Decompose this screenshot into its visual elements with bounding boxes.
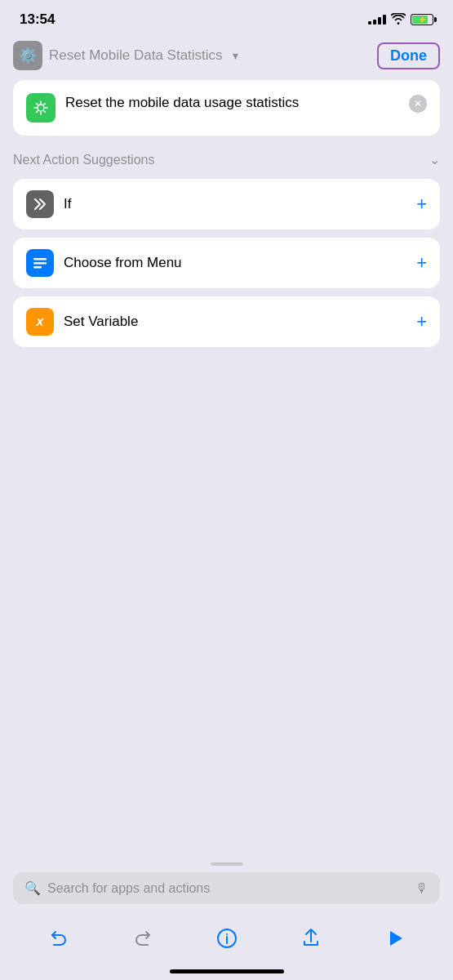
svg-rect-3 — [33, 266, 42, 269]
suggestion-if-left: If — [26, 190, 71, 218]
done-button[interactable]: Done — [377, 42, 440, 69]
action-close-button[interactable]: ✕ — [409, 95, 427, 113]
action-text: Reset the mobile data usage statistics — [65, 93, 299, 113]
search-icon: 🔍 — [24, 880, 41, 896]
suggestion-variable-add-button[interactable]: + — [416, 313, 427, 331]
svg-rect-1 — [33, 258, 47, 261]
action-card: Reset the mobile data usage statistics ✕ — [13, 80, 440, 136]
suggestions-section-header: Next Action Suggestions ⌄ — [13, 152, 440, 167]
run-button[interactable] — [377, 920, 413, 956]
status-bar: 13:54 ⚡ — [0, 0, 453, 34]
microphone-icon[interactable]: 🎙 — [415, 881, 429, 896]
search-input[interactable]: Search for apps and actions — [47, 881, 409, 896]
suggestion-menu-left: Choose from Menu — [26, 249, 182, 277]
shortcut-app-icon: ⚙️ — [13, 41, 42, 70]
svg-marker-7 — [390, 931, 402, 946]
suggestions-chevron-icon[interactable]: ⌄ — [429, 152, 440, 167]
suggestion-choose-from-menu[interactable]: Choose from Menu + — [13, 238, 440, 288]
undo-button[interactable] — [41, 920, 77, 956]
suggestion-if-add-button[interactable]: + — [416, 195, 427, 213]
svg-rect-2 — [33, 262, 47, 265]
main-content: Reset the mobile data usage statistics ✕… — [0, 80, 453, 347]
suggestion-menu-icon — [26, 249, 54, 277]
action-icon — [26, 93, 56, 122]
info-button[interactable] — [209, 920, 245, 956]
wifi-icon — [391, 13, 406, 27]
suggestions-label: Next Action Suggestions — [13, 153, 154, 167]
action-card-left: Reset the mobile data usage statistics — [26, 93, 409, 122]
suggestion-variable-icon: x — [26, 308, 54, 336]
shortcut-title: Reset Mobile Data Statistics — [49, 47, 223, 64]
chevron-down-icon[interactable]: ▾ — [233, 49, 238, 62]
share-button[interactable] — [293, 920, 329, 956]
suggestion-menu-label: Choose from Menu — [64, 255, 182, 271]
suggestion-variable-label: Set Variable — [64, 314, 138, 330]
header: ⚙️ Reset Mobile Data Statistics ▾ Done — [0, 34, 453, 80]
header-left: ⚙️ Reset Mobile Data Statistics ▾ — [13, 41, 377, 70]
redo-button[interactable] — [125, 920, 161, 956]
suggestion-if-icon — [26, 190, 54, 218]
signal-bars-icon — [368, 15, 386, 24]
status-icons: ⚡ — [368, 13, 433, 27]
bottom-toolbar — [0, 914, 453, 966]
status-time: 13:54 — [20, 11, 55, 28]
home-indicator — [170, 969, 284, 973]
svg-point-6 — [226, 933, 228, 935]
search-bar[interactable]: 🔍 Search for apps and actions 🎙 — [13, 872, 440, 904]
bottom-section: 🔍 Search for apps and actions 🎙 — [0, 856, 453, 980]
suggestion-if[interactable]: If + — [13, 179, 440, 229]
drag-handle[interactable] — [211, 862, 243, 866]
suggestion-menu-add-button[interactable]: + — [416, 254, 427, 272]
battery-icon: ⚡ — [411, 14, 433, 25]
suggestion-if-label: If — [64, 196, 71, 212]
suggestion-variable-left: x Set Variable — [26, 308, 138, 336]
suggestion-set-variable[interactable]: x Set Variable + — [13, 296, 440, 347]
